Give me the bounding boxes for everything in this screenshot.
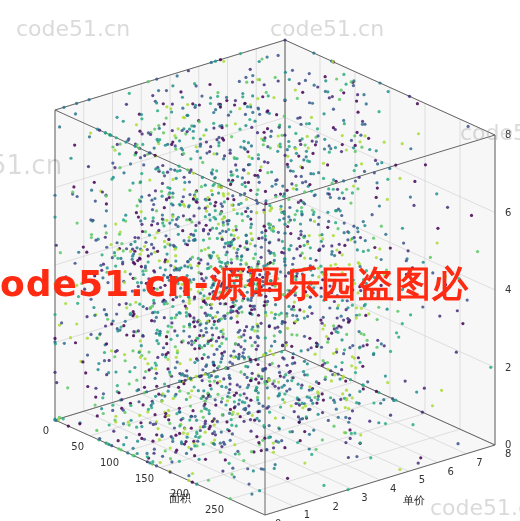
svg-point-738 xyxy=(110,322,113,325)
svg-point-1441 xyxy=(212,323,215,326)
svg-point-2416 xyxy=(279,205,282,208)
svg-point-2163 xyxy=(200,329,203,332)
svg-point-1109 xyxy=(202,300,205,303)
svg-point-1203 xyxy=(102,263,105,266)
svg-point-1878 xyxy=(291,356,294,359)
svg-point-674 xyxy=(398,177,401,180)
svg-point-973 xyxy=(288,125,291,128)
svg-point-717 xyxy=(113,251,116,254)
svg-point-187 xyxy=(256,188,259,191)
svg-point-2400 xyxy=(285,344,288,347)
svg-point-2157 xyxy=(154,276,157,279)
svg-point-2372 xyxy=(180,373,183,376)
svg-point-1844 xyxy=(377,110,380,113)
svg-point-1491 xyxy=(355,306,358,309)
svg-point-1682 xyxy=(192,316,195,319)
svg-point-1764 xyxy=(358,361,361,364)
svg-point-2073 xyxy=(193,444,196,447)
svg-point-932 xyxy=(151,208,154,211)
svg-point-2443 xyxy=(196,337,199,340)
svg-point-105 xyxy=(125,306,128,309)
svg-point-485 xyxy=(272,442,275,445)
svg-point-290 xyxy=(228,462,231,465)
svg-point-574 xyxy=(213,204,216,207)
svg-point-1157 xyxy=(215,340,218,343)
svg-point-1781 xyxy=(405,273,408,276)
svg-point-477 xyxy=(371,213,374,216)
svg-point-1384 xyxy=(408,95,411,98)
svg-point-1673 xyxy=(217,336,220,339)
svg-point-2007 xyxy=(363,224,366,227)
svg-point-1685 xyxy=(244,76,247,79)
svg-point-642 xyxy=(236,175,239,178)
svg-point-140 xyxy=(334,146,337,149)
svg-point-2375 xyxy=(291,263,294,266)
svg-point-1746 xyxy=(339,398,342,401)
svg-point-1638 xyxy=(221,354,224,357)
svg-point-2087 xyxy=(163,174,166,177)
svg-point-2454 xyxy=(344,431,347,434)
svg-point-1803 xyxy=(238,329,241,332)
svg-point-2240 xyxy=(229,110,232,113)
svg-point-1515 xyxy=(320,322,323,325)
svg-point-1347 xyxy=(188,180,191,183)
svg-point-1912 xyxy=(155,339,158,342)
svg-point-1700 xyxy=(175,356,178,359)
svg-point-1738 xyxy=(314,259,317,262)
svg-point-908 xyxy=(359,289,362,292)
svg-point-379 xyxy=(342,318,345,321)
svg-point-1960 xyxy=(169,446,172,449)
svg-point-1097 xyxy=(283,115,286,118)
svg-point-2437 xyxy=(311,402,314,405)
svg-point-1479 xyxy=(157,342,160,345)
svg-point-1941 xyxy=(337,324,340,327)
svg-point-2308 xyxy=(213,369,216,372)
svg-point-1254 xyxy=(357,356,360,359)
svg-point-2536 xyxy=(204,458,207,461)
svg-point-1946 xyxy=(133,250,136,253)
svg-point-798 xyxy=(308,122,311,125)
svg-point-1305 xyxy=(157,89,160,92)
svg-point-2228 xyxy=(336,331,339,334)
svg-point-2453 xyxy=(217,191,220,194)
svg-point-1181 xyxy=(294,88,297,91)
svg-text:250: 250 xyxy=(205,504,224,515)
svg-point-1221 xyxy=(124,359,127,362)
svg-point-1980 xyxy=(368,148,371,151)
svg-point-491 xyxy=(360,146,363,149)
svg-point-2053 xyxy=(277,54,280,57)
svg-point-1834 xyxy=(128,423,131,426)
svg-point-469 xyxy=(353,134,356,137)
svg-point-1284 xyxy=(175,412,178,415)
svg-point-1549 xyxy=(148,151,151,154)
svg-point-1759 xyxy=(143,217,146,220)
svg-point-1583 xyxy=(122,422,125,425)
svg-point-2421 xyxy=(197,257,200,260)
svg-point-1994 xyxy=(277,364,280,367)
svg-point-1818 xyxy=(389,350,392,353)
svg-point-1833 xyxy=(325,335,328,338)
svg-point-93 xyxy=(139,156,142,159)
svg-point-393 xyxy=(336,188,339,191)
svg-point-2152 xyxy=(195,84,198,87)
svg-point-1336 xyxy=(210,326,213,329)
svg-point-1875 xyxy=(321,392,324,395)
svg-point-690 xyxy=(150,199,153,202)
svg-point-553 xyxy=(251,157,254,160)
svg-point-2273 xyxy=(252,282,255,285)
svg-point-894 xyxy=(337,416,340,419)
svg-point-2353 xyxy=(332,324,335,327)
svg-point-1793 xyxy=(311,208,314,211)
svg-point-1782 xyxy=(171,215,174,218)
svg-point-1116 xyxy=(140,265,143,268)
svg-point-1866 xyxy=(139,356,142,359)
svg-point-1619 xyxy=(438,315,441,318)
svg-point-1521 xyxy=(169,264,172,267)
svg-point-2383 xyxy=(209,256,212,259)
svg-point-1240 xyxy=(205,303,208,306)
svg-point-2546 xyxy=(260,256,263,259)
svg-point-1778 xyxy=(140,223,143,226)
svg-point-805 xyxy=(128,382,131,385)
svg-point-1733 xyxy=(294,402,297,405)
svg-point-424 xyxy=(256,131,259,134)
